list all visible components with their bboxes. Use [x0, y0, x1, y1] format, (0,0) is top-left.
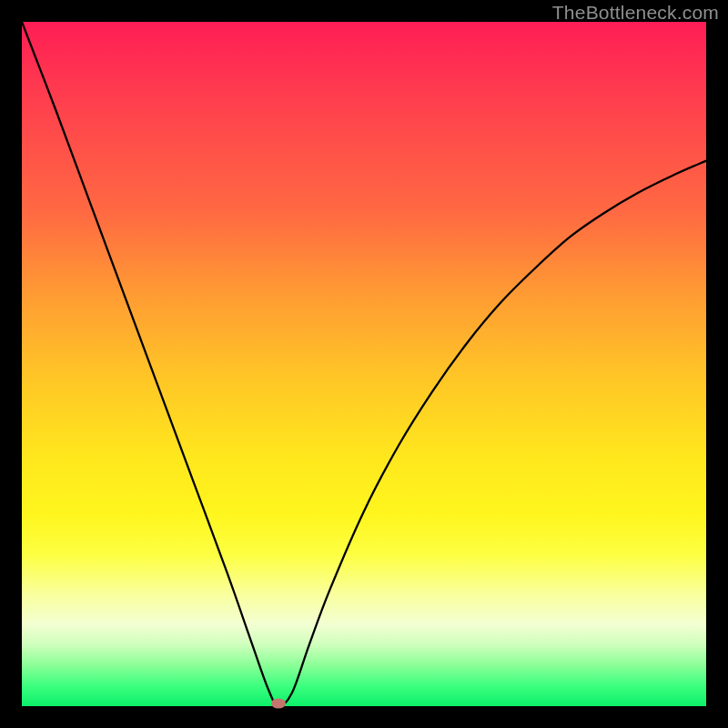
minimum-marker	[271, 699, 286, 709]
bottleneck-curve	[22, 22, 706, 706]
watermark-text: TheBottleneck.com	[552, 2, 719, 24]
curve-svg	[22, 22, 706, 706]
outer-frame: TheBottleneck.com	[0, 0, 728, 728]
gradient-plot-area	[22, 22, 706, 706]
